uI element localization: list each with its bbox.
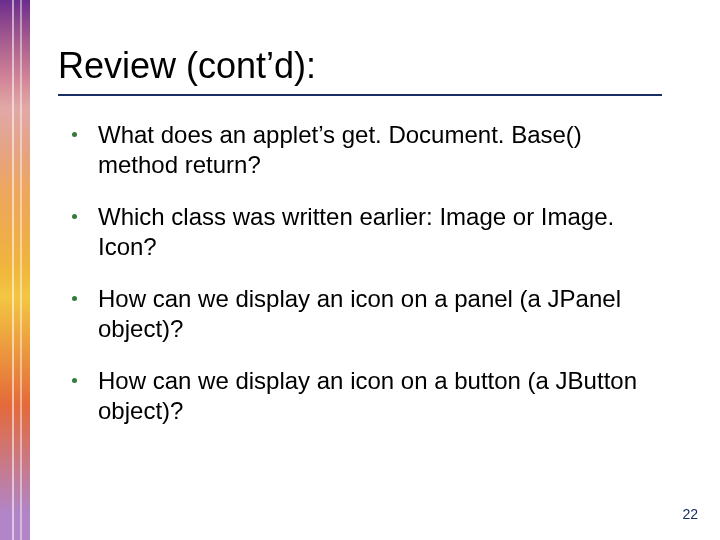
title-underline	[58, 94, 662, 96]
svg-rect-3	[12, 0, 14, 540]
svg-rect-2	[0, 0, 30, 540]
bullet-icon	[72, 214, 77, 219]
list-item-text: How can we display an icon on a button (…	[98, 367, 637, 424]
slide: Review (cont’d): What does an applet’s g…	[0, 0, 720, 540]
list-item-text: How can we display an icon on a panel (a…	[98, 285, 621, 342]
side-decoration	[0, 0, 30, 540]
bullet-icon	[72, 378, 77, 383]
svg-rect-4	[20, 0, 22, 540]
slide-title: Review (cont’d):	[58, 45, 316, 87]
list-item: How can we display an icon on a panel (a…	[58, 284, 663, 344]
content-area: What does an applet’s get. Document. Bas…	[58, 120, 663, 448]
page-number: 22	[682, 506, 698, 522]
svg-rect-1	[0, 0, 30, 540]
svg-rect-0	[0, 0, 8, 540]
list-item-text: Which class was written earlier: Image o…	[98, 203, 614, 260]
list-item: What does an applet’s get. Document. Bas…	[58, 120, 663, 180]
list-item-text: What does an applet’s get. Document. Bas…	[98, 121, 582, 178]
bullet-icon	[72, 132, 77, 137]
list-item: Which class was written earlier: Image o…	[58, 202, 663, 262]
bullet-icon	[72, 296, 77, 301]
list-item: How can we display an icon on a button (…	[58, 366, 663, 426]
